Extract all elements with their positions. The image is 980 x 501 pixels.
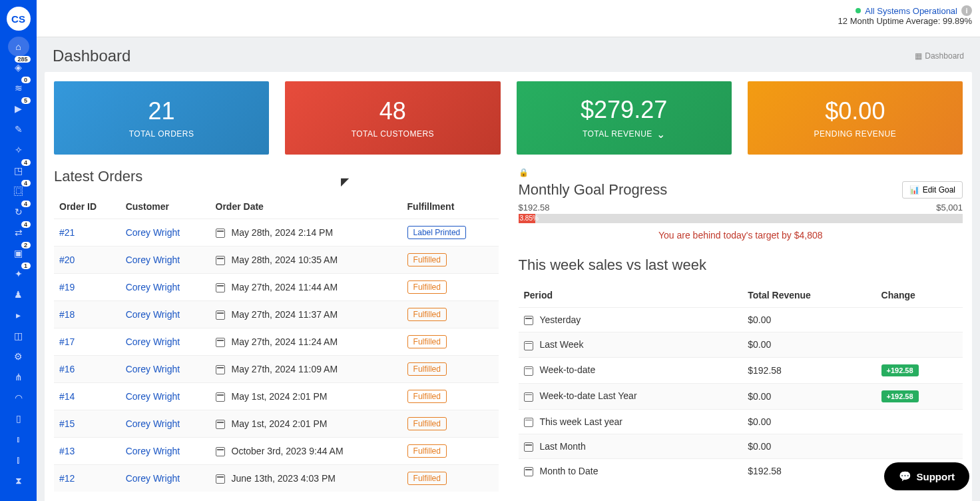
kpi-label: PENDING REVENUE: [814, 129, 897, 139]
video-icon[interactable]: ▸: [8, 305, 29, 325]
customer-link[interactable]: Corey Wright: [126, 336, 180, 347]
order-id-link[interactable]: #18: [59, 309, 75, 320]
chart-icon[interactable]: ⫾: [8, 429, 29, 449]
share-icon[interactable]: ⋔: [8, 367, 29, 387]
kpi-label: TOTAL ORDERS: [129, 129, 194, 139]
period-label: Last Month: [540, 441, 586, 452]
logo[interactable]: CS: [7, 7, 31, 31]
customer-link[interactable]: Corey Wright: [126, 282, 180, 292]
revenue-value: $0.00: [742, 434, 875, 458]
customer-link[interactable]: Corey Wright: [126, 254, 180, 265]
fulfillment-pill: Fulfilled: [407, 472, 447, 485]
table-row: #16Corey WrightMay 27th, 2024 11:09 AMFu…: [54, 356, 499, 383]
calendar-icon: [524, 418, 533, 427]
order-date: May 1st, 2024 2:01 PM: [232, 418, 328, 429]
customer-link[interactable]: Corey Wright: [126, 391, 180, 402]
mobile-icon[interactable]: ▯: [8, 408, 29, 428]
table-row: #13Corey WrightOctober 3rd, 2023 9:44 AM…: [54, 438, 499, 465]
refresh-icon[interactable]: ↻4: [8, 202, 29, 222]
user-icon[interactable]: ♟: [8, 284, 29, 304]
status-text[interactable]: All Systems Operational: [865, 6, 957, 16]
order-date: May 27th, 2024 11:09 AM: [232, 364, 338, 374]
customer-link[interactable]: Corey Wright: [126, 418, 180, 429]
calendar-icon: [524, 366, 533, 376]
info-icon[interactable]: i: [961, 5, 972, 16]
order-id-link[interactable]: #20: [59, 254, 75, 265]
edit-goal-button[interactable]: 📊 Edit Goal: [902, 181, 963, 199]
table-header: Total Revenue: [742, 283, 875, 308]
period-label: Month to Date: [540, 466, 599, 476]
wand-icon[interactable]: ✧: [8, 140, 29, 160]
kpi-card[interactable]: $279.27TOTAL REVENUE⌄: [517, 81, 732, 155]
fulfillment-pill: Fulfilled: [407, 335, 447, 348]
breadcrumb[interactable]: ▦ Dashboard: [915, 51, 964, 61]
lock-icon: 🔒: [519, 168, 963, 177]
calendar-icon: [524, 467, 533, 476]
goal-fill: 3.85%: [519, 214, 536, 223]
right-section: 🔒 Monthly Goal Progress 📊 Edit Goal $192…: [519, 168, 963, 501]
sync-icon[interactable]: ⇄4: [8, 223, 29, 243]
bars-icon[interactable]: ⫿: [8, 450, 29, 470]
home-icon[interactable]: ⌂: [8, 37, 29, 57]
table-row: #19Corey WrightMay 27th, 2024 11:44 AMFu…: [54, 274, 499, 301]
table-header: Customer: [121, 195, 210, 219]
sidebar: CS ⌂◈285≋0▶5✎✧◳4⿴4↻4⇄4▣2✦1♟▸◫⚙⋔◠▯⫾⫿⧗: [0, 0, 37, 501]
fulfillment-pill: Fulfilled: [407, 253, 447, 266]
order-id-link[interactable]: #21: [59, 227, 75, 238]
kpi-card[interactable]: $0.00PENDING REVENUE: [748, 81, 963, 155]
calendar-icon: [524, 392, 533, 402]
calendar-icon: [524, 341, 533, 350]
order-id-link[interactable]: #16: [59, 364, 75, 374]
chart-icon: 📊: [909, 185, 919, 195]
customer-link[interactable]: Corey Wright: [126, 446, 180, 456]
fulfillment-pill: Fulfilled: [407, 417, 447, 430]
play-icon[interactable]: ▶5: [8, 99, 29, 119]
goal-title: Monthly Goal Progress: [519, 181, 668, 199]
order-id-link[interactable]: #13: [59, 446, 75, 456]
tag-icon[interactable]: ◈285: [8, 57, 29, 77]
table-row: #18Corey WrightMay 27th, 2024 11:37 AMFu…: [54, 301, 499, 328]
calendar-icon: [216, 229, 225, 238]
revenue-value: $192.58: [742, 459, 875, 484]
package-icon[interactable]: ◫: [8, 326, 29, 346]
order-id-link[interactable]: #15: [59, 418, 75, 429]
kpi-label: TOTAL CUSTOMERS: [352, 129, 434, 139]
fulfillment-pill: Fulfilled: [407, 390, 447, 403]
table-row: #20Corey WrightMay 28th, 2024 10:35 AMFu…: [54, 247, 499, 274]
orders-table: Order IDCustomerOrder DateFulfillment #2…: [54, 195, 499, 492]
headset-icon[interactable]: ◠: [8, 388, 29, 408]
rss-icon[interactable]: ≋0: [8, 78, 29, 98]
order-id-link[interactable]: #17: [59, 336, 75, 347]
fulfillment-pill: Fulfilled: [407, 308, 447, 321]
party-icon[interactable]: ✦1: [8, 264, 29, 284]
page-title: Dashboard: [53, 47, 130, 65]
sales-title: This week sales vs last week: [519, 256, 963, 274]
hourglass-icon[interactable]: ⧗: [8, 470, 29, 490]
goal-current: $192.58: [519, 203, 550, 213]
customer-link[interactable]: Corey Wright: [126, 227, 180, 238]
kpi-card[interactable]: 21TOTAL ORDERS: [54, 81, 269, 155]
edit-icon[interactable]: ✎: [8, 119, 29, 139]
cube-icon[interactable]: ◳4: [8, 161, 29, 181]
chat-icon: 💬: [899, 470, 911, 482]
table-header: Change: [876, 283, 963, 308]
order-id-link[interactable]: #12: [59, 473, 75, 484]
layers-icon[interactable]: ▣2: [8, 243, 29, 263]
kpi-card[interactable]: 48TOTAL CUSTOMERS: [285, 81, 500, 155]
customer-link[interactable]: Corey Wright: [126, 309, 180, 320]
table-header: Fulfillment: [402, 195, 499, 219]
scan-icon[interactable]: ⿴4: [8, 181, 29, 201]
calendar-icon: [216, 310, 225, 320]
support-button[interactable]: 💬 Support: [884, 462, 970, 490]
table-row: #12Corey WrightJune 13th, 2023 4:03 PMFu…: [54, 465, 499, 492]
gear-icon[interactable]: ⚙: [8, 346, 29, 366]
order-date: October 3rd, 2023 9:44 AM: [232, 446, 344, 456]
order-id-link[interactable]: #14: [59, 391, 75, 402]
order-id-link[interactable]: #19: [59, 282, 75, 292]
order-date: May 27th, 2024 11:44 AM: [232, 282, 338, 292]
table-row: Week-to-date$192.58+192.58: [519, 357, 963, 383]
change-badge: +192.58: [881, 364, 919, 376]
customer-link[interactable]: Corey Wright: [126, 473, 180, 484]
calendar-icon: [524, 316, 533, 325]
customer-link[interactable]: Corey Wright: [126, 364, 180, 374]
